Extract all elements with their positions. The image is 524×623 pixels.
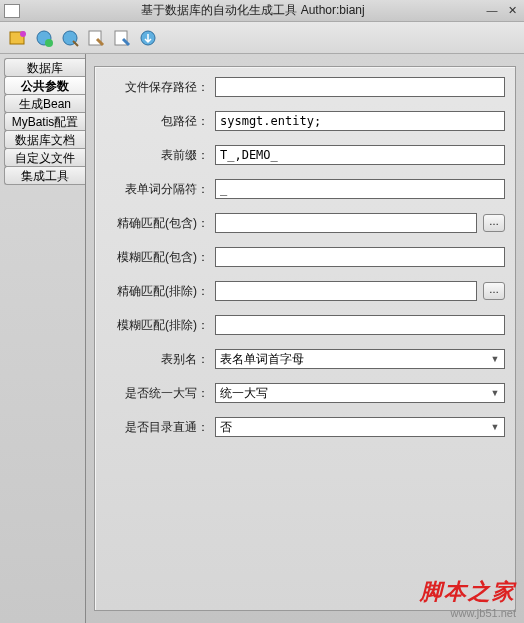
label-fuzzy-include: 模糊匹配(包含)： <box>105 249 215 266</box>
tab-custom-file[interactable]: 自定义文件 <box>4 148 85 167</box>
label-exact-exclude: 精确匹配(排除)： <box>105 283 215 300</box>
tab-integration[interactable]: 集成工具 <box>4 166 85 185</box>
label-word-separator: 表单词分隔符： <box>105 181 215 198</box>
input-exact-exclude[interactable] <box>215 281 477 301</box>
label-table-prefix: 表前缀： <box>105 147 215 164</box>
watermark-url: www.jb51.net <box>420 607 516 619</box>
svg-point-3 <box>45 39 53 47</box>
tab-db-doc[interactable]: 数据库文档 <box>4 130 85 149</box>
toolbar <box>0 22 524 54</box>
input-file-save-path[interactable] <box>215 77 505 97</box>
input-word-separator[interactable] <box>215 179 505 199</box>
label-table-alias: 表别名： <box>105 351 215 368</box>
label-exact-include: 精确匹配(包含)： <box>105 215 215 232</box>
browse-exact-exclude[interactable]: … <box>483 282 505 300</box>
toolbar-btn-2[interactable] <box>32 26 56 50</box>
toolbar-btn-4[interactable] <box>84 26 108 50</box>
title-bar: 基于数据库的自动化生成工具 Author:bianj — ✕ <box>0 0 524 22</box>
label-dir-passthrough: 是否目录直通： <box>105 419 215 436</box>
chevron-down-icon: ▼ <box>488 354 502 364</box>
sidebar: 数据库 公共参数 生成Bean MyBatis配置 数据库文档 自定义文件 集成… <box>0 54 86 623</box>
select-uppercase-value: 统一大写 <box>220 385 268 402</box>
tab-public-params[interactable]: 公共参数 <box>4 76 85 95</box>
close-button[interactable]: ✕ <box>504 4 520 18</box>
input-fuzzy-include[interactable] <box>215 247 505 267</box>
form-panel: 文件保存路径： 包路径： 表前缀： 表单词分隔符： 精确匹配(包含)： … <box>94 66 516 611</box>
input-package-path[interactable] <box>215 111 505 131</box>
watermark: 脚本之家 www.jb51.net <box>420 577 516 619</box>
chevron-down-icon: ▼ <box>488 388 502 398</box>
label-file-save-path: 文件保存路径： <box>105 79 215 96</box>
input-exact-include[interactable] <box>215 213 477 233</box>
app-icon <box>4 4 20 18</box>
window-title: 基于数据库的自动化生成工具 Author:bianj <box>26 2 480 19</box>
input-fuzzy-exclude[interactable] <box>215 315 505 335</box>
browse-exact-include[interactable]: … <box>483 214 505 232</box>
select-table-alias-value: 表名单词首字母 <box>220 351 304 368</box>
main-area: 数据库 公共参数 生成Bean MyBatis配置 数据库文档 自定义文件 集成… <box>0 54 524 623</box>
toolbar-btn-5[interactable] <box>110 26 134 50</box>
minimize-button[interactable]: — <box>484 4 500 18</box>
toolbar-btn-6[interactable] <box>136 26 160 50</box>
label-fuzzy-exclude: 模糊匹配(排除)： <box>105 317 215 334</box>
label-package-path: 包路径： <box>105 113 215 130</box>
content-area: 文件保存路径： 包路径： 表前缀： 表单词分隔符： 精确匹配(包含)： … <box>86 54 524 623</box>
tab-database[interactable]: 数据库 <box>4 58 85 77</box>
chevron-down-icon: ▼ <box>488 422 502 432</box>
tab-bean[interactable]: 生成Bean <box>4 94 85 113</box>
select-table-alias[interactable]: 表名单词首字母 ▼ <box>215 349 505 369</box>
watermark-text: 脚本之家 <box>420 577 516 607</box>
select-uppercase[interactable]: 统一大写 ▼ <box>215 383 505 403</box>
label-uppercase: 是否统一大写： <box>105 385 215 402</box>
select-dir-passthrough-value: 否 <box>220 419 232 436</box>
tab-mybatis[interactable]: MyBatis配置 <box>4 112 85 131</box>
svg-point-1 <box>20 31 26 37</box>
toolbar-btn-3[interactable] <box>58 26 82 50</box>
select-dir-passthrough[interactable]: 否 ▼ <box>215 417 505 437</box>
toolbar-btn-1[interactable] <box>6 26 30 50</box>
input-table-prefix[interactable] <box>215 145 505 165</box>
